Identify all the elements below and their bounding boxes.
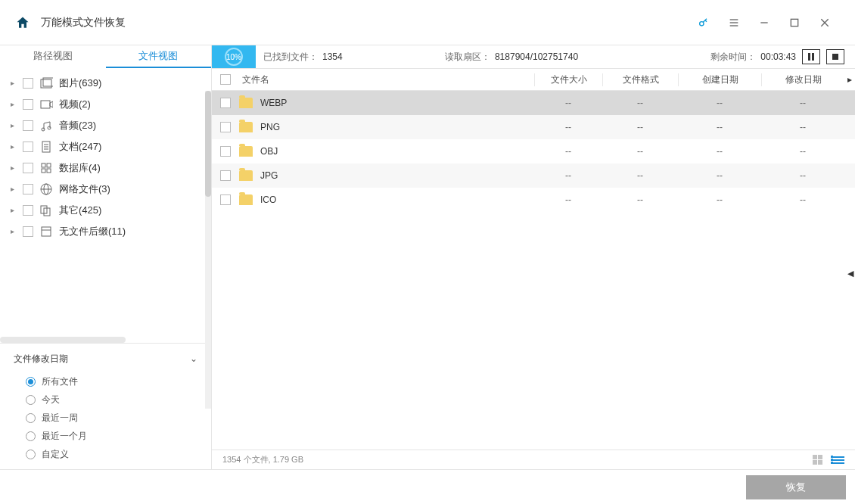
table-row[interactable]: WEBP-------- (212, 91, 855, 115)
web-icon (39, 183, 53, 195)
row-cdate: -- (678, 194, 761, 205)
tree-scrollbar-vertical[interactable] (205, 91, 211, 409)
progress-chip: 10% (212, 45, 256, 68)
filter-radio-2[interactable]: 最近一周 (26, 409, 197, 427)
folder-icon (239, 170, 253, 181)
maximize-button[interactable] (779, 8, 810, 38)
table-row[interactable]: PNG-------- (212, 115, 855, 139)
pause-button[interactable] (802, 49, 820, 64)
tree-checkbox[interactable] (23, 226, 33, 237)
row-mdate: -- (761, 98, 844, 108)
row-name: OBJ (260, 146, 278, 157)
row-checkbox[interactable] (220, 122, 231, 132)
col-created[interactable]: 创建日期 (678, 73, 761, 86)
row-checkbox[interactable] (220, 146, 231, 157)
stop-button[interactable] (826, 49, 844, 64)
tree-item-images[interactable]: ▸图片(639) (0, 73, 211, 94)
expand-icon[interactable]: ▸ (11, 227, 18, 235)
content-footer: 1354 个文件, 1.79 GB (212, 450, 855, 469)
close-button[interactable] (810, 8, 840, 38)
radio-label: 最近一个月 (42, 430, 87, 443)
tree-label: 无文件后缀(11) (59, 225, 126, 238)
tree-label: 网络文件(3) (59, 182, 110, 196)
tab-file-view[interactable]: 文件视图 (106, 45, 212, 68)
row-cdate: -- (678, 146, 761, 157)
preview-collapse-handle[interactable]: ◀ (846, 239, 855, 307)
expand-icon[interactable]: ▸ (11, 142, 18, 151)
filter-radio-3[interactable]: 最近一个月 (26, 427, 197, 445)
row-cdate: -- (678, 98, 761, 108)
tree-checkbox[interactable] (23, 205, 33, 216)
column-scroll-right[interactable]: ▸ (844, 74, 855, 85)
tree-item-web[interactable]: ▸网络文件(3) (0, 179, 211, 200)
radio-icon (26, 413, 36, 423)
select-all-checkbox[interactable] (220, 74, 231, 85)
expand-icon[interactable]: ▸ (11, 79, 18, 87)
svg-rect-19 (42, 169, 45, 173)
radio-label: 自定义 (42, 448, 69, 461)
expand-icon[interactable]: ▸ (11, 185, 18, 193)
tree-item-db[interactable]: ▸数据库(4) (0, 157, 211, 179)
tree-item-video[interactable]: ▸视频(2) (0, 94, 211, 115)
row-checkbox[interactable] (220, 170, 231, 181)
expand-icon[interactable]: ▸ (11, 206, 18, 214)
col-name[interactable]: 文件名 (239, 73, 534, 86)
tree-item-doc[interactable]: ▸文档(247) (0, 136, 211, 157)
chevron-down-icon: ⌄ (190, 353, 197, 364)
found-value: 1354 (322, 51, 343, 62)
col-size[interactable]: 文件大小 (534, 73, 602, 86)
row-name: JPG (260, 170, 278, 181)
tree-item-noext[interactable]: ▸无文件后缀(11) (0, 221, 211, 242)
table-row[interactable]: JPG-------- (212, 163, 855, 188)
svg-rect-18 (47, 163, 51, 167)
audio-icon (39, 120, 53, 132)
menu-icon[interactable] (719, 8, 749, 38)
expand-icon[interactable]: ▸ (11, 121, 18, 129)
radio-icon (26, 395, 36, 405)
row-mdate: -- (761, 122, 844, 132)
tree-checkbox[interactable] (23, 99, 33, 110)
table-row[interactable]: ICO-------- (212, 188, 855, 212)
home-icon[interactable] (15, 15, 30, 30)
filter-radio-1[interactable]: 今天 (26, 390, 197, 409)
row-checkbox[interactable] (220, 194, 231, 205)
filter-radio-4[interactable]: 自定义 (26, 445, 197, 463)
tree-label: 音频(23) (59, 119, 96, 132)
filter-header[interactable]: 文件修改日期 ⌄ (14, 350, 197, 368)
svg-rect-29 (812, 53, 814, 61)
tree-checkbox[interactable] (23, 120, 33, 131)
col-modified[interactable]: 修改日期 (761, 73, 844, 86)
tree-checkbox[interactable] (23, 142, 33, 152)
svg-rect-30 (832, 54, 838, 60)
filter-radio-0[interactable]: 所有文件 (26, 372, 197, 390)
col-format[interactable]: 文件格式 (602, 73, 678, 86)
row-checkbox[interactable] (220, 98, 231, 108)
tree-scrollbar-horizontal[interactable] (0, 337, 126, 343)
table-row[interactable]: OBJ-------- (212, 139, 855, 163)
view-list-icon[interactable] (831, 455, 844, 465)
tree-checkbox[interactable] (23, 163, 33, 173)
tree-checkbox[interactable] (23, 184, 33, 194)
row-cdate: -- (678, 170, 761, 181)
tree-item-other[interactable]: ▸其它(425) (0, 200, 211, 221)
row-name: PNG (260, 122, 280, 132)
view-grid-icon[interactable] (813, 455, 826, 465)
recover-button[interactable]: 恢复 (746, 475, 846, 499)
category-tree: ▸图片(639)▸视频(2)▸音频(23)▸文档(247)▸数据库(4)▸网络文… (0, 68, 211, 242)
row-mdate: -- (761, 194, 844, 205)
tree-item-audio[interactable]: ▸音频(23) (0, 115, 211, 136)
radio-label: 所有文件 (42, 375, 78, 388)
minimize-button[interactable] (749, 8, 779, 38)
sidebar: 路径视图 文件视图 ▸图片(639)▸视频(2)▸音频(23)▸文档(247)▸… (0, 45, 212, 469)
radio-icon (26, 377, 36, 387)
sector-value: 8187904/102751740 (495, 51, 578, 62)
license-key-icon[interactable] (689, 8, 719, 38)
progress-ring: 10% (225, 48, 243, 66)
tree-checkbox[interactable] (23, 78, 33, 89)
row-fmt: -- (602, 122, 678, 132)
expand-icon[interactable]: ▸ (11, 163, 18, 172)
other-icon (39, 204, 53, 216)
tab-path-view[interactable]: 路径视图 (0, 45, 106, 68)
expand-icon[interactable]: ▸ (11, 100, 18, 108)
sector-label: 读取扇区： (445, 51, 490, 64)
